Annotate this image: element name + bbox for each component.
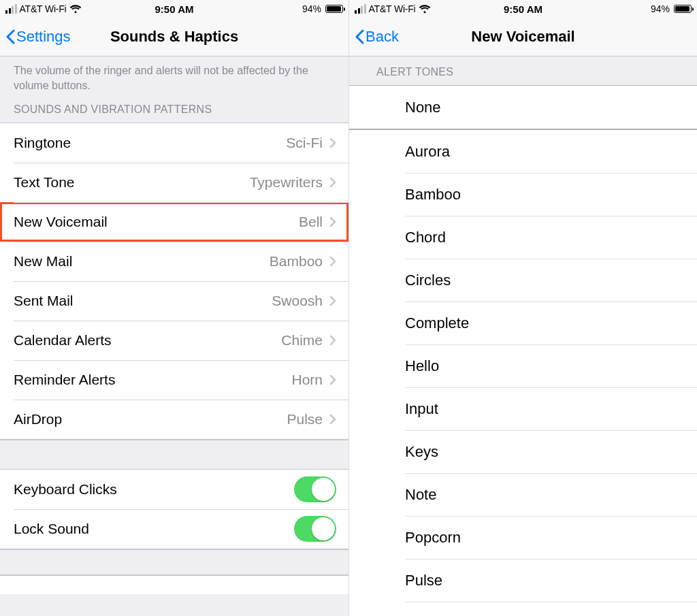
tone-row[interactable]: Complete <box>349 302 697 344</box>
tone-label: Complete <box>405 314 469 332</box>
row-text-tone[interactable]: Text Tone Typewriters <box>0 163 348 202</box>
signal-icon <box>355 4 366 14</box>
tone-none-group: None <box>349 85 697 130</box>
tone-row[interactable]: Keys <box>349 430 697 473</box>
sound-pattern-group: Ringtone Sci-Fi Text Tone Typewriters Ne… <box>0 123 348 440</box>
battery-percent: 94% <box>651 3 670 14</box>
tone-label: Hello <box>405 357 439 375</box>
row-value: Bell <box>299 214 323 230</box>
chevron-left-icon <box>355 29 364 44</box>
section-gap <box>0 440 348 470</box>
battery-icon <box>674 5 692 13</box>
row-label: Sent Mail <box>14 293 74 309</box>
back-label: Settings <box>16 28 71 46</box>
volume-description: The volume of the ringer and alerts will… <box>0 56 348 98</box>
tone-row[interactable]: Synth <box>349 602 697 616</box>
status-time: 9:50 AM <box>504 3 542 15</box>
tone-label: Chord <box>405 229 446 246</box>
tone-row[interactable]: Aurora <box>349 130 697 173</box>
signal-icon <box>5 4 17 14</box>
back-button[interactable]: Back <box>355 28 399 46</box>
wifi-icon <box>419 5 431 14</box>
section-header-alert-tones: ALERT TONES <box>349 56 697 85</box>
tone-row[interactable]: Chord <box>349 216 697 259</box>
tone-label: Pulse <box>405 572 442 589</box>
section-header-sounds: SOUNDS AND VIBRATION PATTERNS <box>0 98 348 123</box>
chevron-right-icon <box>329 374 336 385</box>
row-airdrop[interactable]: AirDrop Pulse <box>0 400 348 439</box>
back-button[interactable]: Settings <box>5 28 71 46</box>
toggle-group: Keyboard Clicks Lock Sound <box>0 470 348 549</box>
row-label: Calendar Alerts <box>14 332 112 348</box>
status-time: 9:50 AM <box>155 3 194 15</box>
row-value: Swoosh <box>272 293 323 309</box>
partial-row <box>0 575 348 594</box>
toggle-on-icon[interactable] <box>294 516 336 542</box>
status-bar: AT&T Wi-Fi 9:50 AM 94% <box>0 0 348 18</box>
row-label: Text Tone <box>14 174 75 191</box>
row-ringtone[interactable]: Ringtone Sci-Fi <box>0 123 348 163</box>
row-lock-sound[interactable]: Lock Sound <box>0 509 348 549</box>
row-new-mail[interactable]: New Mail Bamboo <box>0 242 348 281</box>
tone-label: None <box>405 99 441 116</box>
chevron-right-icon <box>329 177 336 188</box>
status-bar: AT&T Wi-Fi 9:50 AM 94% <box>349 0 697 18</box>
chevron-right-icon <box>329 335 336 346</box>
chevron-right-icon <box>329 216 336 227</box>
row-label: New Voicemail <box>14 214 108 230</box>
tone-label: Input <box>405 400 438 418</box>
screen-sounds-haptics: AT&T Wi-Fi 9:50 AM 94% Settings Sounds &… <box>0 0 348 616</box>
row-label: New Mail <box>14 253 72 270</box>
row-value: Bamboo <box>270 253 323 270</box>
chevron-right-icon <box>329 137 336 148</box>
navbar: Back New Voicemail <box>349 18 697 56</box>
row-value: Horn <box>291 372 323 388</box>
row-value: Chime <box>281 332 323 348</box>
chevron-right-icon <box>329 256 336 267</box>
navbar: Settings Sounds & Haptics <box>0 18 348 56</box>
row-label: Reminder Alerts <box>14 372 115 388</box>
back-label: Back <box>366 28 399 46</box>
page-title: New Voicemail <box>471 28 574 46</box>
tone-row[interactable]: Pulse <box>349 559 697 602</box>
row-label: AirDrop <box>14 411 62 427</box>
carrier-label: AT&T Wi-Fi <box>20 3 67 14</box>
screen-new-voicemail: AT&T Wi-Fi 9:50 AM 94% Back New Voicemai… <box>348 0 697 616</box>
tone-row[interactable]: Note <box>349 473 697 516</box>
row-label: Keyboard Clicks <box>14 481 117 498</box>
tone-label: Keys <box>405 443 438 461</box>
section-gap <box>0 549 348 575</box>
row-sent-mail[interactable]: Sent Mail Swoosh <box>0 281 348 321</box>
tone-row[interactable]: Bamboo <box>349 173 697 216</box>
row-value: Typewriters <box>250 174 323 191</box>
page-title: Sounds & Haptics <box>110 28 238 46</box>
row-calendar-alerts[interactable]: Calendar Alerts Chime <box>0 321 348 360</box>
tone-row[interactable]: Input <box>349 387 697 430</box>
tone-label: Popcorn <box>405 529 461 547</box>
tone-row-none[interactable]: None <box>349 86 697 129</box>
row-value: Pulse <box>287 411 323 427</box>
tone-label: Note <box>405 486 436 504</box>
row-label: Lock Sound <box>14 521 89 537</box>
battery-icon <box>325 5 343 13</box>
tone-label: Bamboo <box>405 186 461 204</box>
tone-row[interactable]: Hello <box>349 344 697 387</box>
chevron-right-icon <box>329 295 336 306</box>
battery-percent: 94% <box>302 3 321 14</box>
tone-label: Aurora <box>405 143 450 161</box>
toggle-on-icon[interactable] <box>294 476 336 502</box>
carrier-label: AT&T Wi-Fi <box>369 3 416 14</box>
tone-label: Circles <box>405 272 451 289</box>
row-keyboard-clicks[interactable]: Keyboard Clicks <box>0 470 348 509</box>
chevron-right-icon <box>329 414 336 425</box>
tone-row[interactable]: Popcorn <box>349 516 697 559</box>
row-label: Ringtone <box>14 135 71 151</box>
tone-row[interactable]: Circles <box>349 259 697 302</box>
row-new-voicemail[interactable]: New Voicemail Bell <box>0 202 348 242</box>
wifi-icon <box>69 5 82 14</box>
row-reminder-alerts[interactable]: Reminder Alerts Horn <box>0 360 348 400</box>
row-value: Sci-Fi <box>286 135 323 151</box>
tone-list: Aurora Bamboo Chord Circles Complete Hel… <box>349 130 697 616</box>
chevron-left-icon <box>5 29 15 44</box>
